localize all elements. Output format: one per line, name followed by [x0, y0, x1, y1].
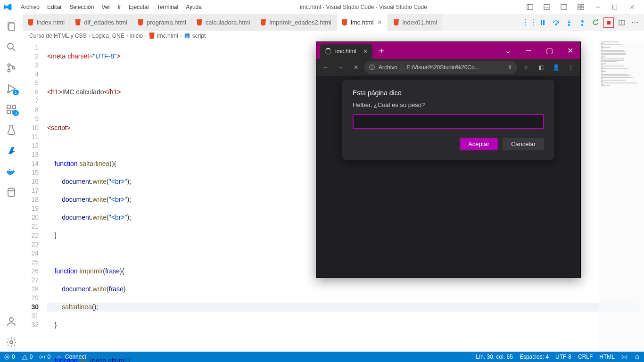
svg-rect-35 — [543, 20, 545, 25]
tab-label: imprimir_edades2.html — [270, 19, 332, 26]
line-gutter: 1234567891011121314151617181920212223242… — [23, 41, 47, 352]
menu-ver[interactable]: Ver — [98, 4, 114, 10]
tab-index01[interactable]: index01.html — [388, 14, 442, 31]
activity-settings[interactable] — [0, 333, 23, 352]
debug-step-over-icon[interactable] — [551, 17, 561, 28]
window-close-icon[interactable] — [623, 0, 640, 14]
svg-point-33 — [10, 341, 13, 344]
tab-imprimir-edades2[interactable]: imprimir_edades2.html — [256, 14, 337, 31]
activity-search[interactable] — [0, 38, 23, 57]
menubar: Archivo Editar Selección Ver Ir Ejecutar… — [0, 0, 644, 14]
activity-docker[interactable] — [0, 162, 23, 181]
tab-calculadora[interactable]: calculadora.html — [191, 14, 256, 31]
breadcrumb-item[interactable]: Logica_ONE — [92, 33, 124, 39]
svg-point-31 — [8, 188, 15, 191]
menu-seleccion[interactable]: Selección — [66, 4, 98, 10]
activity-scm[interactable] — [0, 58, 23, 77]
html5-icon — [149, 33, 155, 39]
activity-account[interactable] — [0, 312, 23, 331]
debug-step-into-icon[interactable] — [564, 17, 574, 28]
menu-ayuda[interactable]: Ayuda — [182, 4, 206, 10]
debug-step-out-icon[interactable] — [577, 17, 587, 28]
activity-bar: 1 3 — [0, 14, 23, 352]
activity-database[interactable] — [0, 183, 23, 202]
code-content: <meta charset="UTF-8"> <h1>IMC calculado… — [47, 41, 644, 352]
layout-panel-icon[interactable] — [538, 0, 555, 14]
activity-explorer[interactable] — [0, 17, 23, 36]
tab-imc[interactable]: imc.html✕ — [337, 14, 388, 31]
breadcrumb-item[interactable]: inicio — [130, 33, 143, 39]
tab-label: index.html — [37, 19, 65, 26]
breadcrumb-item[interactable]: Curso de HTML y CSS — [29, 33, 87, 39]
activity-extensions[interactable]: 3 — [0, 100, 23, 119]
svg-point-22 — [8, 91, 9, 93]
activity-azure[interactable] — [0, 141, 23, 160]
tab-label: dif_edades.html — [84, 19, 127, 26]
debug-pause-icon[interactable] — [537, 17, 548, 28]
activity-testing[interactable] — [0, 121, 23, 140]
svg-rect-34 — [541, 20, 542, 25]
script-icon: s — [184, 33, 190, 39]
more-icon[interactable]: ⋯ — [630, 17, 640, 28]
window-title: imc.html - Visual Studio Code - Visual S… — [206, 4, 521, 10]
tab-label: calculadora.html — [206, 19, 250, 26]
svg-rect-23 — [7, 105, 10, 108]
tab-programa[interactable]: programa.html — [132, 14, 191, 31]
menu-ir[interactable]: Ir — [114, 4, 124, 10]
layout-customize-icon[interactable] — [572, 0, 589, 14]
window-maximize-icon[interactable] — [606, 0, 623, 14]
window-minimize-icon[interactable] — [589, 0, 606, 14]
code-editor[interactable]: 1234567891011121314151617181920212223242… — [23, 41, 644, 352]
svg-rect-25 — [7, 110, 10, 114]
html5-icon — [260, 19, 267, 26]
split-editor-icon[interactable] — [617, 17, 627, 28]
svg-rect-15 — [9, 23, 15, 31]
breadcrumb-item[interactable]: imc.html — [157, 33, 178, 39]
svg-rect-39 — [607, 21, 611, 25]
close-icon[interactable]: ✕ — [376, 19, 383, 26]
vscode-logo-icon — [4, 3, 12, 11]
svg-rect-6 — [578, 5, 580, 7]
svg-point-16 — [8, 43, 13, 49]
menu-terminal[interactable]: Terminal — [153, 4, 182, 10]
svg-text:s: s — [186, 34, 188, 39]
layout-sidebar-right-icon[interactable] — [555, 0, 572, 14]
html5-icon — [27, 19, 34, 26]
breadcrumb-item[interactable]: script — [192, 33, 206, 39]
debug-toolbar: ⋮⋮ ⋯ — [524, 14, 644, 31]
html5-icon — [341, 19, 348, 26]
debug-restart-icon[interactable] — [590, 17, 601, 28]
svg-point-36 — [555, 24, 557, 25]
svg-rect-2 — [544, 5, 550, 10]
editor-tabs: index.html dif_edades.html programa.html… — [23, 14, 644, 31]
debug-stop-icon[interactable] — [603, 17, 614, 28]
activity-run[interactable]: 1 — [0, 79, 23, 98]
svg-point-20 — [13, 67, 15, 69]
run-badge: 1 — [13, 90, 19, 95]
debug-drag-icon[interactable]: ⋮⋮ — [524, 17, 535, 28]
tab-dif-edades[interactable]: dif_edades.html — [70, 14, 132, 31]
svg-point-47 — [41, 356, 43, 358]
svg-point-19 — [8, 70, 10, 72]
tab-label: programa.html — [147, 19, 186, 26]
svg-line-17 — [13, 49, 15, 51]
menu-archivo[interactable]: Archivo — [17, 4, 43, 10]
status-errors[interactable]: 0 — [4, 354, 15, 360]
svg-rect-11 — [613, 5, 617, 9]
svg-rect-30 — [9, 169, 10, 170]
menu-ejecutar[interactable]: Ejecutar — [125, 4, 153, 10]
svg-point-37 — [569, 24, 570, 25]
breadcrumb: Curso de HTML y CSS› Logica_ONE› inicio›… — [23, 31, 644, 41]
tab-label: index01.html — [402, 19, 437, 26]
layout-sidebar-left-icon[interactable] — [521, 0, 538, 14]
menu-editar[interactable]: Editar — [43, 4, 66, 10]
svg-rect-8 — [578, 8, 580, 9]
svg-rect-4 — [561, 5, 567, 10]
tab-label: imc.html — [351, 19, 373, 26]
status-warnings[interactable]: 0 — [22, 354, 33, 360]
svg-rect-0 — [527, 5, 533, 10]
tab-index[interactable]: index.html — [23, 14, 70, 31]
html5-icon — [137, 19, 144, 26]
html5-icon — [74, 19, 81, 26]
svg-point-38 — [582, 24, 583, 25]
